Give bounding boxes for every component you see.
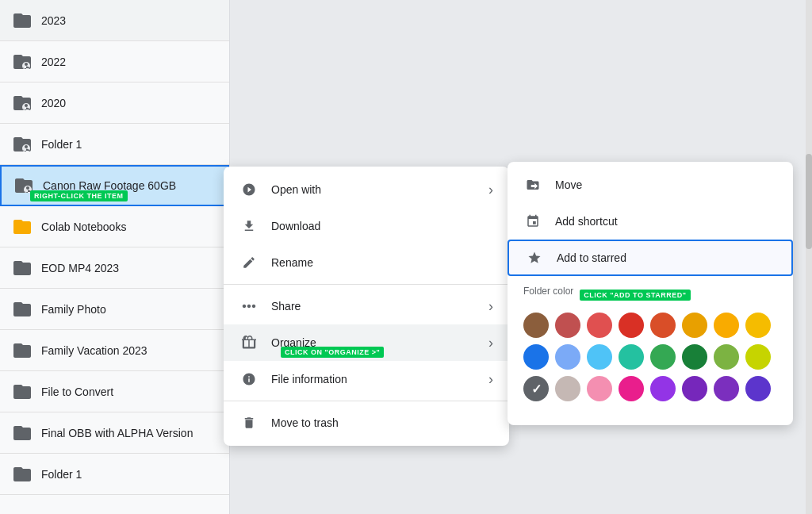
rename-label: Rename [271, 256, 493, 269]
color-selected-dark[interactable] [523, 376, 549, 401]
color-mint[interactable] [619, 344, 644, 370]
color-brown[interactable] [523, 313, 549, 338]
file-item-label-family-vacation: Family Vacation 2023 [41, 344, 147, 357]
folder-icon-file-convert [13, 382, 32, 401]
folder-icon-eod [13, 259, 32, 278]
file-item-family-vacation[interactable]: Family Vacation 2023 [0, 330, 229, 371]
submenu-add-starred[interactable]: Add to starred [508, 240, 793, 276]
color-row-3 [523, 376, 777, 401]
download-label: Download [271, 220, 493, 232]
color-teal[interactable] [587, 344, 612, 370]
color-indigo[interactable] [745, 376, 771, 401]
organize-submenu: Move Add shortcut Add to starred Folder … [508, 162, 793, 425]
color-bright-red[interactable] [619, 313, 644, 338]
color-dark-green[interactable] [682, 344, 707, 370]
trash-label: Move to trash [271, 416, 493, 429]
folder-icon-family-photo [13, 300, 32, 319]
color-light-pink[interactable] [587, 376, 612, 401]
color-light-blue[interactable] [555, 344, 580, 370]
color-blue[interactable] [523, 344, 549, 370]
color-orange-red[interactable] [650, 313, 676, 338]
scroll-thumb[interactable] [806, 154, 812, 249]
color-lime[interactable] [714, 344, 739, 370]
shortcut-icon [523, 212, 542, 231]
folder-icon-family-vacation [13, 341, 32, 360]
file-item-label-file-convert: File to Convert [41, 386, 113, 398]
color-red[interactable] [587, 313, 612, 338]
rename-icon [239, 253, 259, 272]
divider-1 [224, 284, 509, 285]
move-label: Move [555, 178, 777, 191]
file-item-folder1[interactable]: Folder 1 [0, 124, 229, 165]
file-item-label-2020: 2020 [41, 97, 66, 109]
star-icon [525, 248, 544, 267]
move-icon [523, 175, 542, 194]
color-row-2 [523, 344, 777, 370]
add-shortcut-label: Add shortcut [555, 215, 777, 228]
organize-icon [239, 333, 259, 352]
file-item-family-photo[interactable]: Family Photo [0, 289, 229, 330]
annotation-right-click: RIGHT-CLICK THE ITEM [30, 190, 128, 201]
file-item-eod[interactable]: EOD MP4 2023 [0, 247, 229, 289]
file-list: 2023 2022 2020 Folder 1 Canon Raw Footag… [0, 0, 230, 514]
add-starred-label: Add to starred [557, 251, 776, 264]
color-hot-pink[interactable] [619, 376, 644, 401]
folder-icon-2023 [13, 11, 32, 30]
color-beige[interactable] [555, 376, 580, 401]
color-violet[interactable] [714, 376, 739, 401]
file-item-canon[interactable]: Canon Raw Footage 60GB RIGHT-CLICK THE I… [0, 165, 229, 206]
file-item-label-family-photo: Family Photo [41, 303, 106, 316]
file-item-2023[interactable]: 2023 [0, 0, 229, 41]
submenu-move[interactable]: Move [508, 167, 793, 203]
folder-icon-folder1 [13, 135, 32, 154]
share-label: Share [271, 300, 488, 313]
color-yellow-green[interactable] [745, 344, 771, 370]
context-menu-organize[interactable]: Organize › CLICK ON "ORGANIZE >" [224, 324, 509, 361]
file-item-2022[interactable]: 2022 [0, 41, 229, 82]
file-item-colab[interactable]: Colab Notebooks [0, 206, 229, 247]
file-item-label-colab: Colab Notebooks [41, 221, 126, 233]
open-with-icon [239, 180, 259, 199]
context-menu-share[interactable]: Share › [224, 288, 509, 324]
file-item-2020[interactable]: 2020 [0, 82, 229, 124]
color-row-1 [523, 313, 777, 338]
color-pink-red[interactable] [555, 313, 580, 338]
submenu-add-shortcut[interactable]: Add shortcut [508, 203, 793, 240]
organize-arrow: › [488, 335, 493, 351]
folder-icon-2022 [13, 52, 32, 71]
context-menu-open-with[interactable]: Open with › [224, 171, 509, 208]
divider-2 [224, 401, 509, 401]
file-item-label-final-obb: Final OBB with ALPHA Version [41, 427, 193, 439]
file-item-label-folder1: Folder 1 [41, 138, 82, 151]
folder-color-label: Folder color [523, 286, 573, 297]
color-amber[interactable] [714, 313, 739, 338]
file-item-label-2022: 2022 [41, 56, 66, 68]
context-menu-trash[interactable]: Move to trash [224, 405, 509, 441]
folder-icon-colab [13, 217, 32, 236]
folder-icon-folder1b [13, 465, 32, 484]
folder-color-section: Folder color CLICK "ADD TO STARRED" [508, 276, 793, 420]
file-item-label-eod: EOD MP4 2023 [41, 262, 119, 274]
trash-icon [239, 413, 259, 432]
open-with-label: Open with [271, 183, 488, 196]
color-dark-orange[interactable] [682, 313, 707, 338]
file-item-label-2023: 2023 [41, 14, 66, 27]
scrollbar[interactable] [806, 0, 812, 514]
file-item-folder1b[interactable]: Folder 1 [0, 454, 229, 495]
download-icon [239, 217, 259, 236]
color-green[interactable] [650, 344, 676, 370]
color-annotation: CLICK "ADD TO STARRED" [580, 290, 690, 301]
file-item-file-convert[interactable]: File to Convert [0, 371, 229, 412]
file-info-label: File information [271, 373, 488, 386]
context-menu-download[interactable]: Download [224, 208, 509, 244]
context-menu-rename[interactable]: Rename [224, 244, 509, 281]
color-dark-purple[interactable] [682, 376, 707, 401]
file-item-final-obb[interactable]: Final OBB with ALPHA Version [0, 412, 229, 454]
file-info-icon [239, 370, 259, 389]
folder-icon-final-obb [13, 424, 32, 443]
context-menu: Open with › Download Rename Share › Orga… [224, 167, 509, 446]
color-light-orange[interactable] [745, 313, 771, 338]
color-purple[interactable] [650, 376, 676, 401]
context-menu-file-info[interactable]: File information › [224, 361, 509, 397]
folder-icon-2020 [13, 94, 32, 113]
